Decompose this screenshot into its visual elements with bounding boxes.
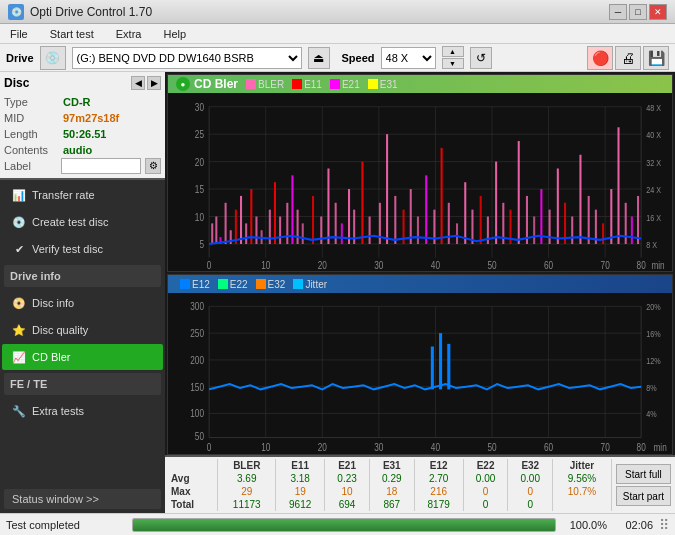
start-part-button[interactable]: Start part	[616, 486, 671, 506]
svg-rect-57	[327, 168, 329, 243]
main-layout: Disc ◀ ▶ Type CD-R MID 97m27s18f Length …	[0, 72, 675, 513]
cd-bler-icon: 📈	[12, 350, 26, 364]
mid-key: MID	[4, 110, 59, 126]
label-settings[interactable]: ⚙	[145, 158, 161, 174]
svg-rect-50	[279, 217, 281, 244]
svg-text:20%: 20%	[646, 302, 661, 313]
stat-buttons: Start full Start part	[612, 462, 675, 508]
sidebar-label-disc-info: Disc info	[32, 297, 74, 309]
start-full-button[interactable]: Start full	[616, 464, 671, 484]
speed-select[interactable]: 48 X 32 X 24 X	[381, 47, 436, 69]
sidebar-item-cd-bler[interactable]: 📈 CD Bler	[2, 344, 163, 370]
total-jitter	[553, 498, 612, 511]
e21-legend-dot	[330, 79, 340, 89]
drive-select[interactable]: (G:) BENQ DVD DD DW1640 BSRB	[72, 47, 302, 69]
svg-text:10: 10	[195, 210, 205, 222]
menu-start-test[interactable]: Start test	[44, 26, 100, 42]
sidebar-label-cd-bler: CD Bler	[32, 351, 71, 363]
sidebar-item-disc-info[interactable]: 📀 Disc info	[2, 290, 163, 316]
col-header-bler: BLER	[218, 459, 276, 472]
top-chart-legend: BLER E11 E21 E31	[246, 79, 398, 90]
menu-file[interactable]: File	[4, 26, 34, 42]
table-row-avg: Avg 3.69 3.18 0.23 0.29 2.70 0.00 0.00 9…	[165, 472, 611, 485]
disc-mid: 97m27s18f	[63, 110, 119, 126]
max-e12: 216	[414, 485, 463, 498]
red-icon[interactable]: 🔴	[587, 46, 613, 70]
sidebar-item-transfer-rate[interactable]: 📊 Transfer rate	[2, 182, 163, 208]
top-chart-container: ● CD Bler BLER E11 E21 E31	[167, 74, 673, 272]
svg-text:0: 0	[207, 441, 212, 453]
svg-rect-59	[341, 223, 343, 244]
e32-legend-dot	[256, 279, 266, 289]
print-icon[interactable]: 🖨	[615, 46, 641, 70]
sidebar-item-verify-test-disc[interactable]: ✔ Verify test disc	[2, 236, 163, 262]
label-input[interactable]	[61, 158, 141, 174]
sidebar-label-verify-test-disc: Verify test disc	[32, 243, 103, 255]
speed-up-button[interactable]: ▲	[442, 46, 464, 57]
svg-rect-98	[637, 196, 639, 244]
svg-rect-56	[320, 217, 322, 244]
drive-label: Drive	[6, 52, 34, 64]
disc-prev[interactable]: ◀	[131, 76, 145, 90]
svg-rect-66	[394, 196, 396, 244]
disc-length: 50:26.51	[63, 126, 106, 142]
app-title: Opti Drive Control 1.70	[30, 5, 152, 19]
svg-rect-52	[291, 175, 293, 244]
drive-info-section: Drive info	[4, 265, 161, 287]
max-e32: 0	[508, 485, 553, 498]
close-button[interactable]: ✕	[649, 4, 667, 20]
e12-legend-dot	[180, 279, 190, 289]
minimize-button[interactable]: ─	[609, 4, 627, 20]
disc-contents: audio	[63, 142, 92, 158]
total-e32: 0	[508, 498, 553, 511]
drive-info-label: Drive info	[10, 268, 155, 284]
resize-handle[interactable]: ⠿	[659, 517, 669, 533]
svg-text:50: 50	[195, 431, 204, 443]
svg-rect-45	[250, 189, 252, 244]
sidebar-item-extra-tests[interactable]: 🔧 Extra tests	[2, 398, 163, 424]
svg-rect-60	[348, 189, 350, 244]
svg-rect-70	[425, 175, 427, 244]
window-controls: ─ □ ✕	[609, 4, 667, 20]
menu-extra[interactable]: Extra	[110, 26, 148, 42]
sidebar-item-disc-quality[interactable]: ⭐ Disc quality	[2, 317, 163, 343]
total-bler: 11173	[218, 498, 276, 511]
col-header-e31: E31	[369, 459, 414, 472]
status-time: 02:06	[613, 519, 653, 531]
speed-down-button[interactable]: ▼	[442, 58, 464, 69]
svg-text:40: 40	[431, 258, 441, 270]
status-window-label[interactable]: Status window >>	[4, 489, 161, 509]
svg-rect-96	[625, 203, 627, 244]
top-chart-body: 30 25 20 15 10 5 48 X 40 X 32 X 24 X 16 …	[168, 93, 672, 271]
svg-rect-83	[526, 196, 528, 244]
avg-e21: 0.23	[325, 472, 370, 485]
progress-bar-fill	[133, 519, 555, 531]
svg-rect-74	[456, 223, 458, 244]
svg-rect-86	[549, 210, 551, 244]
e31-legend-dot	[368, 79, 378, 89]
eject-button[interactable]: ⏏	[308, 47, 330, 69]
refresh-button[interactable]: ↺	[470, 47, 492, 69]
svg-rect-43	[240, 196, 242, 244]
svg-text:4%: 4%	[646, 409, 657, 420]
save-icon[interactable]: 💾	[643, 46, 669, 70]
sidebar-item-create-test-disc[interactable]: 💿 Create test disc	[2, 209, 163, 235]
svg-rect-54	[302, 223, 304, 244]
disc-next[interactable]: ▶	[147, 76, 161, 90]
max-jitter: 10.7%	[553, 485, 612, 498]
menu-help[interactable]: Help	[157, 26, 192, 42]
svg-rect-91	[588, 196, 590, 244]
svg-text:70: 70	[601, 258, 611, 270]
maximize-button[interactable]: □	[629, 4, 647, 20]
bottom-chart-svg: 300 250 200 150 100 50 20% 16% 12% 8% 4%…	[168, 293, 672, 454]
avg-e31: 0.29	[369, 472, 414, 485]
type-key: Type	[4, 94, 59, 110]
total-e11: 9612	[276, 498, 325, 511]
total-e22: 0	[463, 498, 508, 511]
max-e21: 10	[325, 485, 370, 498]
bottom-chart-header: E12 E22 E32 Jitter	[168, 275, 672, 293]
svg-text:16 X: 16 X	[646, 212, 661, 223]
svg-text:5: 5	[199, 238, 204, 250]
contents-key: Contents	[4, 142, 59, 158]
svg-rect-90	[579, 155, 581, 244]
